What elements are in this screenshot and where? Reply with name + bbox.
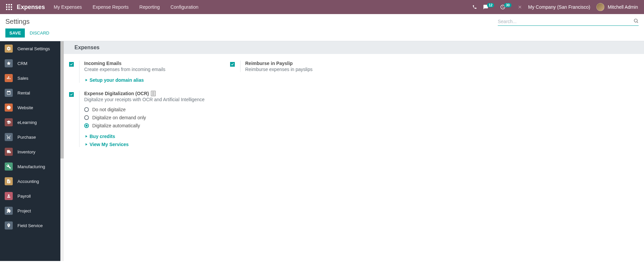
setting-desc: Digitalize your receipts with OCR and Ar… <box>84 97 230 102</box>
user-name-label: Mitchell Admin <box>608 4 638 10</box>
sidebar-item-icon <box>5 207 13 215</box>
sidebar-item-label: Payroll <box>17 194 31 199</box>
sidebar-item-crm[interactable]: CRM <box>0 56 60 71</box>
breadcrumb: Settings <box>5 18 30 25</box>
section-header: Expenses <box>64 41 644 54</box>
avatar <box>596 3 604 11</box>
sidebar-item-website[interactable]: Website <box>0 100 60 115</box>
sidebar-item-sales[interactable]: Sales <box>0 71 60 85</box>
sidebar-item-payroll[interactable]: Payroll <box>0 189 60 203</box>
sidebar-item-rental[interactable]: Rental <box>0 85 60 100</box>
radio-digitalize-on-demand-only[interactable]: Digitalize on demand only <box>84 115 230 120</box>
sidebar-item-field-service[interactable]: Field Service <box>0 218 60 233</box>
menu-configuration[interactable]: Configuration <box>170 4 198 10</box>
svg-point-11 <box>7 106 11 110</box>
sidebar-item-elearning[interactable]: eLearning <box>0 115 60 130</box>
link-label: Setup your domain alias <box>90 77 144 83</box>
menu-reporting[interactable]: Reporting <box>140 4 160 10</box>
building-icon <box>151 91 156 96</box>
top-navbar: Expenses My Expenses Expense Reports Rep… <box>0 0 644 14</box>
user-menu[interactable]: Mitchell Admin <box>596 3 638 11</box>
sidebar-item-icon <box>5 59 13 67</box>
sidebar-item-label: Sales <box>17 76 29 81</box>
activities-badge: 30 <box>504 3 511 7</box>
svg-point-9 <box>634 19 637 22</box>
search-input[interactable] <box>498 17 633 25</box>
sidebar-item-inventory[interactable]: Inventory <box>0 144 60 159</box>
setting-title: Incoming Emails <box>84 61 230 66</box>
radio-digitalize-automatically[interactable]: Digitalize automatically <box>84 123 230 128</box>
setting-reimburse-payslip: Reimburse in Payslip Reimburse expenses … <box>230 61 391 72</box>
search-bar[interactable] <box>498 17 639 26</box>
phone-icon[interactable] <box>472 5 477 9</box>
sidebar-item-project[interactable]: Project <box>0 203 60 218</box>
radio-do-not-digitalize[interactable]: Do not digitalize <box>84 107 230 112</box>
sidebar-item-label: Website <box>17 105 33 110</box>
sidebar-item-label: Accounting <box>17 179 39 184</box>
setting-desc: Reimburse expenses in payslips <box>245 67 391 72</box>
sidebar-item-manufacturing[interactable]: Manufacturing <box>0 159 60 174</box>
svg-rect-1 <box>8 4 10 5</box>
link-label: View My Services <box>90 142 128 147</box>
discard-button[interactable]: Discard <box>30 30 49 36</box>
checkbox-expense-ocr[interactable] <box>69 92 74 97</box>
control-panel: Settings Save Discard <box>0 14 644 41</box>
sidebar-item-icon <box>5 104 13 112</box>
settings-content: Expenses Incoming Emails Create expenses… <box>64 41 644 261</box>
sidebar-item-label: Manufacturing <box>17 164 45 169</box>
settings-sidebar: General SettingsCRMSalesRentalWebsiteeLe… <box>0 41 60 261</box>
apps-icon[interactable] <box>6 4 12 10</box>
save-button[interactable]: Save <box>5 28 25 38</box>
svg-rect-8 <box>11 9 12 10</box>
activities-icon[interactable]: 30 <box>500 4 511 10</box>
svg-rect-0 <box>6 4 7 5</box>
sidebar-item-icon <box>5 133 13 141</box>
radio-circle-icon <box>84 107 89 112</box>
messages-badge: 12 <box>487 3 494 7</box>
svg-line-10 <box>637 22 638 23</box>
menu-my-expenses[interactable]: My Expenses <box>54 4 82 10</box>
sidebar-item-purchase[interactable]: Purchase <box>0 130 60 144</box>
search-icon[interactable] <box>633 18 639 25</box>
sidebar-item-icon <box>5 221 13 230</box>
link-view-my-services[interactable]: View My Services <box>84 142 230 147</box>
svg-rect-4 <box>8 6 10 8</box>
sidebar-item-label: Purchase <box>17 135 36 140</box>
link-label: Buy credits <box>90 134 115 139</box>
link-buy-credits[interactable]: Buy credits <box>84 134 230 139</box>
radio-label: Do not digitalize <box>92 107 126 112</box>
sidebar-item-label: Rental <box>17 90 30 95</box>
sidebar-item-icon <box>5 148 13 156</box>
sidebar-item-label: eLearning <box>17 120 37 125</box>
debug-close-icon[interactable] <box>518 5 522 9</box>
radio-label: Digitalize automatically <box>92 123 140 128</box>
sidebar-scrollbar[interactable] <box>60 41 64 261</box>
company-switcher[interactable]: My Company (San Francisco) <box>528 4 590 10</box>
menu-expense-reports[interactable]: Expense Reports <box>93 4 128 10</box>
setting-incoming-emails: Incoming Emails Create expenses from inc… <box>69 61 230 83</box>
sidebar-item-label: General Settings <box>17 46 50 51</box>
radio-circle-icon <box>84 123 89 128</box>
messages-icon[interactable]: 12 <box>483 4 494 10</box>
setting-title: Expense Digitalization (OCR) <box>84 91 230 96</box>
sidebar-item-icon <box>5 177 13 185</box>
sidebar-item-label: Inventory <box>17 149 35 154</box>
setting-expense-ocr: Expense Digitalization (OCR) Digitalize … <box>69 91 230 147</box>
checkbox-incoming-emails[interactable] <box>69 62 74 67</box>
radio-label: Digitalize on demand only <box>92 115 146 120</box>
checkbox-reimburse-payslip[interactable] <box>230 62 235 67</box>
app-brand[interactable]: Expenses <box>17 4 45 11</box>
sidebar-item-icon <box>5 192 13 200</box>
setting-desc: Create expenses from incoming emails <box>84 67 230 72</box>
setting-title: Reimburse in Payslip <box>245 61 391 66</box>
sidebar-item-general-settings[interactable]: General Settings <box>0 41 60 56</box>
svg-rect-3 <box>6 6 7 8</box>
radio-circle-icon <box>84 115 89 120</box>
svg-rect-6 <box>6 9 7 10</box>
sidebar-item-icon <box>5 162 13 171</box>
sidebar-item-label: CRM <box>17 61 28 66</box>
link-setup-domain-alias[interactable]: Setup your domain alias <box>84 77 230 83</box>
sidebar-item-label: Project <box>17 208 31 213</box>
sidebar-item-accounting[interactable]: Accounting <box>0 174 60 189</box>
setting-title-text: Expense Digitalization (OCR) <box>84 91 149 96</box>
